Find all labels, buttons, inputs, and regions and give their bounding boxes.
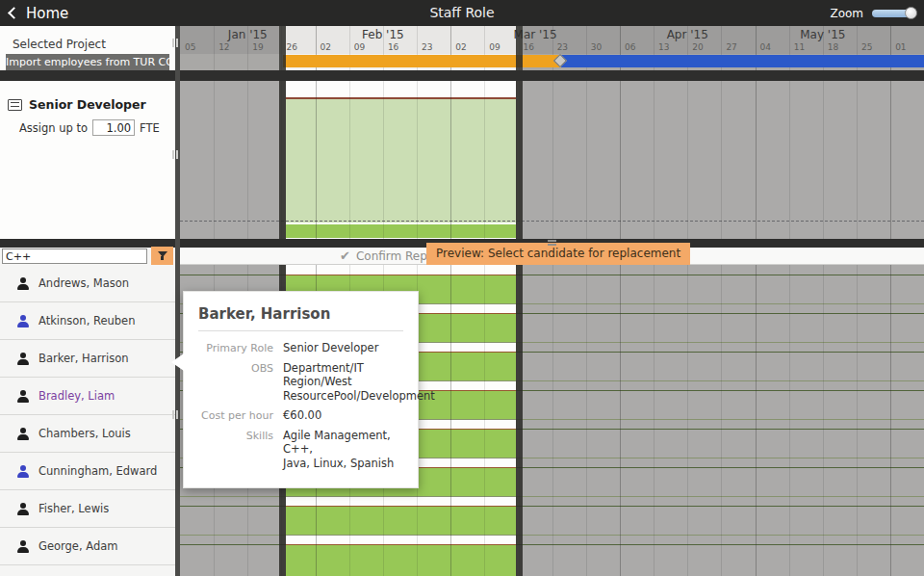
week-header-label: 05 [185, 42, 195, 52]
person-icon-head [20, 353, 26, 358]
week-header-label: 13 [658, 42, 669, 52]
zoom-slider[interactable] [872, 10, 914, 17]
candidate-search-row [0, 248, 175, 265]
week-header-label: 26 [286, 42, 296, 52]
tooltip-field-label: Primary Role [198, 341, 273, 355]
person-name: Andrews, Mason [38, 276, 129, 290]
splitter-grip-icon[interactable] [172, 39, 178, 47]
splitter-grip-icon[interactable] [172, 410, 178, 419]
person-icon-body [17, 547, 29, 553]
month-grid-line [890, 265, 891, 576]
person-icon [16, 315, 29, 327]
tooltip-field-row: OBSDepartment/IT Region/West ResourcePoo… [198, 361, 403, 404]
person-row[interactable]: Barker, Harrison [0, 340, 175, 378]
role-panel: Senior Developer Assign up to FTE [0, 81, 175, 239]
check-icon: ✔ [340, 248, 350, 265]
person-row[interactable]: Fisher, Lewis [0, 490, 175, 528]
week-grid-line [247, 26, 248, 239]
horizontal-splitter-grip-icon[interactable] [548, 240, 556, 246]
week-header-label: 04 [760, 42, 771, 52]
timerange-handle-right-top[interactable] [516, 26, 523, 239]
person-row[interactable]: Chambers, Louis [0, 415, 175, 453]
role-name: Senior Developer [29, 97, 146, 112]
person-icon [16, 503, 29, 515]
person-name: Chambers, Louis [38, 427, 131, 440]
person-row[interactable]: George, Adam [0, 528, 175, 565]
tooltip-arrow [171, 353, 184, 371]
month-header-cell: Feb '15 [316, 26, 451, 41]
tooltip-field-label: Cost per hour [198, 408, 273, 423]
month-header-cell: Mar '15 [450, 26, 620, 41]
month-header-cell: May '15 [756, 26, 891, 41]
person-row[interactable]: Atkinson, Reuben [0, 302, 175, 340]
tooltip-field-row: Cost per hour€60.00 [198, 408, 403, 423]
week-header-label: 16 [388, 42, 398, 52]
app-bar: Home Staff Role Zoom [0, 0, 924, 26]
fte-unit-label: FTE [140, 121, 160, 135]
person-icon [16, 428, 29, 440]
person-icon-body [17, 472, 29, 478]
month-grid-line [620, 265, 621, 576]
week-grid-line [484, 265, 485, 576]
week-grid-line [721, 265, 722, 576]
project-gantt-bar-blue-segment[interactable] [561, 55, 924, 67]
person-icon-head [20, 540, 26, 546]
staff-role-screen: ✔ Confirm Replacement Preview: Select ca… [0, 0, 924, 576]
person-name: Fisher, Lewis [38, 502, 109, 515]
week-header-label: 20 [692, 42, 703, 52]
candidate-tooltip: Barker, Harrison Primary RoleSenior Deve… [183, 291, 419, 488]
role-allocation-strip [286, 224, 516, 238]
week-header-label: 25 [861, 42, 872, 52]
week-header-label: 12 [218, 42, 229, 52]
person-name: Atkinson, Reuben [38, 314, 135, 327]
week-header-label: 11 [794, 42, 805, 52]
role-details-icon [8, 99, 22, 111]
person-icon-head [20, 465, 26, 471]
person-icon-body [17, 284, 29, 290]
week-header-label: 27 [726, 42, 736, 52]
fte-input[interactable] [92, 119, 135, 136]
week-header-label: 23 [422, 42, 432, 52]
month-header-cell [890, 26, 924, 41]
week-header-label: 02 [455, 42, 466, 52]
week-grid-line [789, 265, 790, 576]
filter-button[interactable] [151, 247, 173, 265]
tooltip-field-row: SkillsAgile Management, C++, Java, Linux… [198, 429, 403, 471]
person-icon-head [20, 390, 26, 396]
week-grid-line [654, 265, 654, 576]
person-row[interactable]: Bradley, Liam [0, 378, 175, 415]
week-header-label: 18 [828, 42, 838, 52]
week-grid-line [586, 265, 587, 576]
week-header-label: 02 [321, 42, 331, 52]
zoom-slider-knob[interactable] [905, 7, 917, 19]
week-grid-line [552, 265, 553, 576]
splitter-grip-icon[interactable] [172, 150, 178, 159]
person-row[interactable]: Cunningham, Edward [0, 453, 175, 490]
availability-bar[interactable] [286, 544, 516, 576]
week-header-label: 30 [591, 42, 602, 52]
search-input[interactable] [2, 249, 147, 264]
timerange-handle-right-bottom[interactable] [516, 265, 523, 576]
assign-fte-row: Assign up to FTE [19, 119, 160, 136]
week-grid-line [214, 26, 215, 239]
week-header-label: 01 [895, 42, 906, 52]
timerange-handle-left-top[interactable] [279, 26, 286, 239]
tooltip-field-row: Primary RoleSenior Developer [198, 341, 403, 355]
zoom-label: Zoom [830, 7, 863, 20]
assign-up-to-label: Assign up to [19, 121, 88, 135]
person-icon [16, 540, 29, 553]
vertical-splitter[interactable] [175, 26, 180, 576]
preview-hint-badge: Preview: Select candidate for replacemen… [426, 243, 690, 265]
person-icon-body [17, 510, 29, 515]
person-row[interactable]: Andrews, Mason [0, 265, 175, 302]
availability-bar[interactable] [286, 506, 516, 535]
month-grid-line [450, 265, 451, 576]
person-name: Cunningham, Edward [38, 464, 157, 478]
person-icon-body [17, 434, 29, 440]
person-icon-head [20, 428, 26, 433]
person-icon-body [17, 322, 29, 327]
selected-project-item[interactable]: Import employees from TUR CO. [6, 54, 169, 70]
tooltip-field-value: €60.00 [283, 408, 321, 423]
tooltip-title: Barker, Harrison [198, 301, 403, 331]
tooltip-fields: Primary RoleSenior DeveloperOBSDepartmen… [198, 341, 403, 470]
